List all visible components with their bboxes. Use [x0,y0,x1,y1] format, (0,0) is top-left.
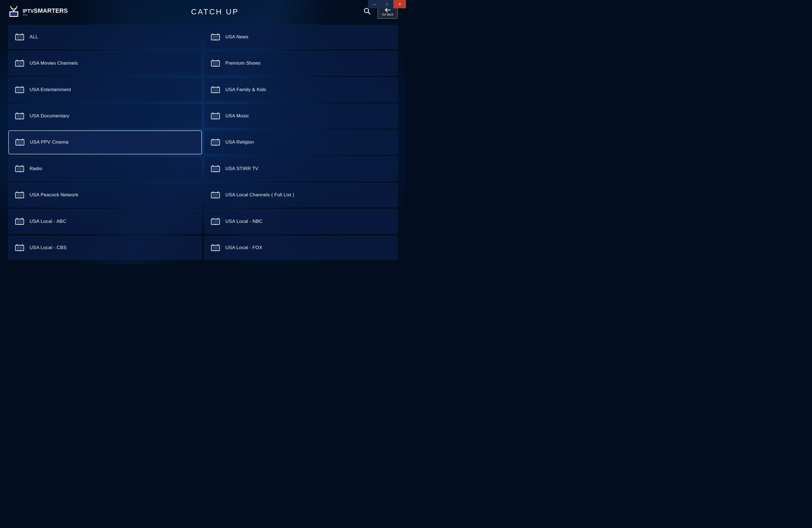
tv-icon [211,218,220,225]
svg-rect-99 [212,220,218,223]
category-item-usa-local-abc[interactable]: USA Local - ABC [8,209,202,233]
svg-rect-45 [16,114,23,118]
category-label: USA STIRR TV [226,166,258,172]
category-label: USA Local - NBC [226,219,263,224]
category-label: USA Local - FOX [226,245,262,250]
svg-rect-9 [16,35,23,39]
category-label: USA Local Channels ( Full List ) [226,192,294,198]
category-label: USA News [226,34,249,40]
svg-rect-105 [16,246,23,250]
tv-icon [15,60,24,67]
category-item-usa-entertainment[interactable]: USA Entertainment [8,78,202,102]
category-item-usa-news[interactable]: USA News [204,25,398,49]
logo-text-container: IPTV SMARTERS Pro [23,7,68,17]
svg-rect-87 [212,193,218,197]
category-item-usa-stirr-tv[interactable]: USA STIRR TV [204,157,398,180]
tv-icon [15,33,24,41]
category-grid: ALL USA News USA Movies Channels [0,22,406,263]
svg-rect-51 [212,114,218,118]
logo: IPTV SMARTERS Pro [8,5,68,18]
category-label: USA Documentary [30,113,69,119]
window-controls: ─ □ ✕ [368,0,406,8]
logo-antenna-icon [8,5,19,17]
tv-icon [15,244,24,251]
category-label: Radio [30,166,42,172]
svg-rect-39 [212,88,218,91]
category-item-usa-local-nbc[interactable]: USA Local - NBC [204,209,398,233]
tv-icon [211,113,220,120]
go-back-label: Go back [382,13,393,16]
tv-icon [15,113,24,120]
tv-icon [211,86,220,93]
category-item-all[interactable]: ALL [8,25,202,49]
category-item-usa-family-kids[interactable]: USA Family & Kids [204,78,398,102]
logo-smarters-text: SMARTERS [34,7,68,14]
category-item-usa-peacock[interactable]: USA Peacock Network [8,183,202,207]
category-item-usa-ppv-cinema[interactable]: USA PPV Cinema [8,130,202,155]
category-item-usa-local-cbs[interactable]: USA Local - CBS [8,236,202,260]
tv-icon [211,33,220,41]
svg-rect-93 [16,220,23,223]
category-label: USA Local - ABC [30,219,66,224]
category-label: USA Religion [226,140,254,145]
logo-pro-text: Pro [23,13,27,17]
category-item-usa-religion[interactable]: USA Religion [204,130,398,155]
svg-line-6 [368,12,370,14]
tv-icon [15,138,24,146]
tv-icon [15,218,24,225]
svg-rect-27 [212,62,218,65]
category-label: USA Movies Channels [30,60,78,66]
svg-rect-21 [16,62,23,65]
svg-rect-69 [16,167,23,171]
svg-rect-4 [10,12,17,16]
svg-rect-81 [16,193,23,197]
category-label: USA PPV Cinema [30,140,69,145]
tv-icon [15,165,24,172]
close-button[interactable]: ✕ [393,0,406,8]
page-title: CATCH UP [191,8,239,16]
category-label: USA Local - CBS [30,245,67,250]
tv-icon [211,191,220,199]
minimize-button[interactable]: ─ [368,0,381,8]
category-item-usa-music[interactable]: USA Music [204,104,398,128]
maximize-button[interactable]: □ [381,0,393,8]
svg-rect-111 [212,246,218,250]
tv-icon [211,165,220,172]
category-label: USA Entertainment [30,87,71,92]
svg-rect-63 [212,141,218,144]
category-item-radio[interactable]: Radio [8,157,202,180]
category-item-usa-documentary[interactable]: USA Documentary [8,104,202,128]
tv-icon [211,244,220,251]
tv-icon [211,138,220,146]
svg-rect-57 [17,141,23,144]
search-icon [363,8,371,15]
category-item-usa-local-full[interactable]: USA Local Channels ( Full List ) [204,183,398,207]
category-item-usa-movies[interactable]: USA Movies Channels [8,51,202,75]
header: IPTV SMARTERS Pro CATCH UP Go back [0,0,406,22]
tv-icon [15,191,24,199]
category-item-usa-local-fox[interactable]: USA Local - FOX [204,236,398,260]
category-label: Premium Shows [226,60,261,66]
tv-icon [15,86,24,93]
category-label: USA Family & Kids [226,87,266,92]
category-label: USA Music [226,113,249,119]
svg-rect-75 [212,167,218,171]
svg-rect-33 [16,88,23,91]
svg-rect-15 [212,35,218,39]
category-item-premium-shows[interactable]: Premium Shows [204,51,398,75]
category-label: USA Peacock Network [30,192,78,198]
category-label: ALL [30,34,38,40]
tv-icon [211,60,220,67]
